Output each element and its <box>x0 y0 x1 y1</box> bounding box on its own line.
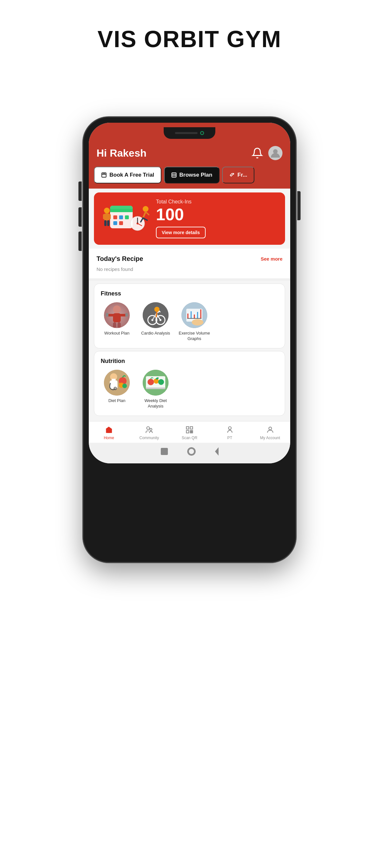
svg-point-71 <box>122 383 127 388</box>
svg-rect-82 <box>190 427 193 429</box>
nav-item-scan-qr[interactable]: Scan QR <box>169 425 210 440</box>
nutrition-item-weekly[interactable]: Weekly Diet Analysis <box>139 370 172 409</box>
notch-camera <box>200 131 204 135</box>
cardio-icon <box>143 302 168 328</box>
svg-line-28 <box>143 212 146 218</box>
free-label: Fr... <box>238 172 247 178</box>
nutrition-grid: Diet Plan <box>101 370 278 409</box>
header-icons <box>251 146 282 160</box>
svg-point-75 <box>148 379 154 385</box>
action-buttons-row: Book A Free Trial Browse Plan Fr... <box>89 166 290 189</box>
header-greeting: Hi Rakesh <box>97 147 147 159</box>
notch <box>164 127 215 139</box>
svg-rect-62 <box>198 319 200 324</box>
browse-plan-button[interactable]: Browse Plan <box>164 166 220 183</box>
notch-speaker <box>175 132 197 134</box>
svg-rect-16 <box>119 221 123 225</box>
recipe-see-more[interactable]: See more <box>260 256 282 261</box>
fitness-grid: Workout Plan <box>101 302 278 342</box>
nutrition-item-diet[interactable]: Diet Plan <box>101 370 133 409</box>
checkin-illustration <box>100 199 152 238</box>
svg-rect-81 <box>186 427 189 429</box>
svg-point-0 <box>273 149 278 154</box>
diet-label: Diet Plan <box>108 398 126 404</box>
svg-rect-14 <box>125 215 129 219</box>
svg-rect-85 <box>191 432 192 433</box>
svg-point-80 <box>150 428 152 430</box>
svg-rect-5 <box>172 173 176 177</box>
book-trial-button[interactable]: Book A Free Trial <box>94 166 161 183</box>
svg-rect-23 <box>103 214 105 219</box>
nav-item-home[interactable]: Home <box>89 425 129 440</box>
my-account-icon <box>266 425 275 434</box>
exercise-icon <box>182 302 207 328</box>
svg-point-27 <box>143 206 149 212</box>
svg-rect-33 <box>113 313 121 322</box>
view-details-button[interactable]: View more details <box>156 227 206 238</box>
svg-rect-84 <box>190 430 191 431</box>
checkin-label: Total Check-Ins <box>156 199 279 205</box>
svg-rect-61 <box>196 320 197 324</box>
svg-rect-1 <box>102 173 106 177</box>
fitness-title: Fitness <box>101 290 278 297</box>
svg-rect-15 <box>113 221 117 225</box>
svg-line-31 <box>146 212 149 215</box>
app-header: Hi Rakesh <box>89 141 290 166</box>
nav-community-label: Community <box>139 436 159 440</box>
fitness-section: Fitness <box>94 283 285 348</box>
workout-label: Workout Plan <box>104 331 129 336</box>
svg-point-21 <box>104 208 110 213</box>
checkin-count: 100 <box>156 206 279 223</box>
weekly-diet-icon <box>143 370 168 396</box>
svg-rect-25 <box>104 220 106 226</box>
recipe-header: Today's Recipe See more <box>97 255 282 262</box>
svg-rect-87 <box>191 430 192 431</box>
nutrition-section: Nutrition <box>94 351 285 416</box>
svg-rect-24 <box>108 214 111 219</box>
nav-item-my-account[interactable]: My Account <box>250 425 290 440</box>
avatar[interactable] <box>268 146 282 160</box>
svg-point-32 <box>113 306 121 313</box>
home-icon <box>104 425 113 434</box>
bottom-nav: Home Community <box>89 421 290 443</box>
svg-rect-67 <box>112 379 116 382</box>
svg-point-77 <box>158 379 164 385</box>
svg-rect-39 <box>118 322 121 328</box>
svg-point-88 <box>228 427 231 430</box>
nutrition-title: Nutrition <box>101 358 278 365</box>
bell-icon[interactable] <box>251 147 263 159</box>
nav-item-pt[interactable]: PT <box>210 425 250 440</box>
svg-point-50 <box>154 307 159 312</box>
weekly-diet-label: Weekly Diet Analysis <box>139 398 172 409</box>
svg-rect-37 <box>125 313 128 317</box>
exercise-label: Exercise Volume Graphs <box>178 331 211 342</box>
free-button[interactable]: Fr... <box>222 166 254 183</box>
back-button[interactable] <box>215 447 219 456</box>
browse-plan-label: Browse Plan <box>180 172 213 178</box>
notch-bar <box>89 123 290 141</box>
svg-rect-74 <box>146 388 165 389</box>
fitness-item-workout[interactable]: Workout Plan <box>101 302 133 342</box>
checkin-info: Total Check-Ins 100 View more details <box>152 199 279 238</box>
circle-button[interactable] <box>187 447 196 456</box>
fitness-item-exercise[interactable]: Exercise Volume Graphs <box>178 302 211 342</box>
phone-shell: Hi Rakesh <box>83 117 296 562</box>
svg-rect-11 <box>110 209 133 212</box>
nav-home-label: Home <box>104 436 114 440</box>
phone-bottom-controls <box>89 443 290 463</box>
workout-icon <box>104 302 130 328</box>
svg-rect-36 <box>106 313 108 317</box>
svg-rect-12 <box>113 215 117 219</box>
svg-rect-38 <box>113 322 116 328</box>
phone-screen: Hi Rakesh <box>89 123 290 463</box>
scan-qr-icon <box>185 425 194 434</box>
nav-item-community[interactable]: Community <box>129 425 169 440</box>
fitness-item-cardio[interactable]: Cardio Analysis <box>139 302 172 342</box>
svg-rect-86 <box>190 432 191 433</box>
nav-pt-label: PT <box>227 436 232 440</box>
svg-rect-13 <box>119 215 123 219</box>
svg-rect-26 <box>107 220 109 226</box>
svg-rect-63 <box>194 321 196 324</box>
square-button[interactable] <box>161 448 168 455</box>
recipe-section: Today's Recipe See more No recipes found <box>89 249 290 281</box>
